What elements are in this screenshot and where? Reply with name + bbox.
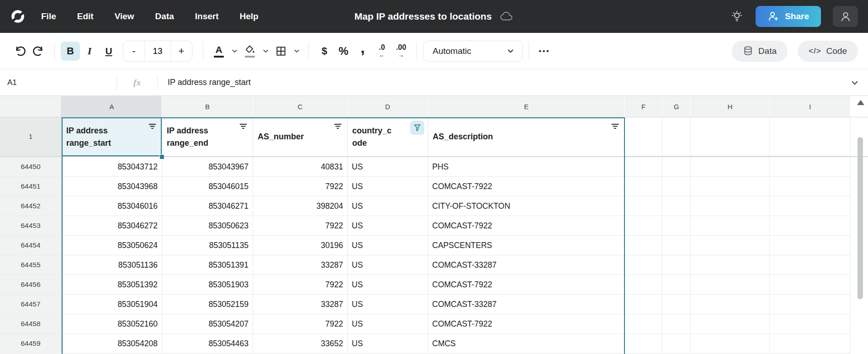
empty-cell[interactable] <box>770 334 851 354</box>
formula-input[interactable]: IP address range_start <box>158 78 850 87</box>
table-header-cell[interactable]: AS_description <box>428 117 625 156</box>
table-header-cell[interactable]: country_code <box>348 117 428 156</box>
filter-icon[interactable] <box>333 122 343 131</box>
empty-cell[interactable] <box>691 314 770 334</box>
empty-cell[interactable] <box>662 295 691 314</box>
cell-ip-range-start[interactable]: 853051136 <box>62 255 162 275</box>
cell-ip-range-end[interactable]: 853046015 <box>162 177 253 196</box>
column-header[interactable]: D <box>348 96 428 117</box>
increase-decimal-button[interactable]: .00 → <box>392 42 411 61</box>
empty-cell[interactable] <box>770 117 851 156</box>
cell-ip-range-start[interactable]: 853046272 <box>62 216 162 236</box>
column-header[interactable]: G <box>662 96 691 117</box>
cell-as-description[interactable]: CAPSCENTERS <box>428 236 625 255</box>
font-size-value[interactable]: 13 <box>144 41 171 61</box>
empty-cell[interactable] <box>770 314 851 334</box>
column-header[interactable]: C <box>253 96 348 117</box>
cell-as-description[interactable]: CMCS <box>428 334 625 354</box>
cell-reference-box[interactable]: A1 <box>0 78 116 87</box>
empty-cell[interactable] <box>625 275 662 295</box>
row-number[interactable]: 64454 <box>0 236 62 255</box>
cell-as-number[interactable]: 33287 <box>253 255 348 275</box>
cell-country-code[interactable]: US <box>348 255 428 275</box>
empty-cell[interactable] <box>691 295 770 314</box>
italic-button[interactable]: I <box>80 42 99 61</box>
empty-cell[interactable] <box>691 255 770 275</box>
cell-as-number[interactable]: 7922 <box>253 314 348 334</box>
redo-button[interactable] <box>29 42 48 61</box>
document-title[interactable]: Map IP addresses to locations <box>355 11 492 22</box>
cell-as-description[interactable]: CITY-OF-STOCKTON <box>428 196 625 216</box>
menu-item[interactable]: Insert <box>195 11 219 21</box>
decrease-decimal-button[interactable]: .0 ← <box>372 42 392 61</box>
cell-ip-range-end[interactable]: 853051135 <box>162 236 253 255</box>
row-number[interactable]: 64450 <box>0 157 62 177</box>
empty-cell[interactable] <box>691 275 770 295</box>
empty-cell[interactable] <box>625 255 662 275</box>
cell-country-code[interactable]: US <box>348 295 428 314</box>
fill-color-dropdown[interactable] <box>259 42 271 61</box>
text-color-dropdown[interactable] <box>228 42 240 61</box>
cell-ip-range-end[interactable]: 853046271 <box>162 196 253 216</box>
borders-button[interactable] <box>271 42 291 61</box>
cell-ip-range-start[interactable]: 853043712 <box>62 157 162 177</box>
cell-ip-range-end[interactable]: 853054463 <box>162 334 253 354</box>
empty-cell[interactable] <box>770 216 851 236</box>
cell-ip-range-start[interactable]: 853043968 <box>62 177 162 196</box>
cell-country-code[interactable]: US <box>348 236 428 255</box>
row-number[interactable]: 64459 <box>0 334 62 354</box>
cell-country-code[interactable]: US <box>348 157 428 177</box>
menu-item[interactable]: View <box>115 11 134 21</box>
undo-button[interactable] <box>10 42 29 61</box>
empty-cell[interactable] <box>625 314 662 334</box>
font-size-decrease-button[interactable]: - <box>123 41 144 61</box>
bold-button[interactable]: B <box>61 42 80 61</box>
row-number[interactable]: 64455 <box>0 255 62 275</box>
cell-as-number[interactable]: 30196 <box>253 236 348 255</box>
row-number[interactable]: 64457 <box>0 295 62 314</box>
filter-icon[interactable] <box>238 122 248 131</box>
cell-as-number[interactable]: 7922 <box>253 275 348 295</box>
empty-cell[interactable] <box>625 196 662 216</box>
cell-ip-range-end[interactable]: 853052159 <box>162 295 253 314</box>
cell-ip-range-end[interactable]: 853043967 <box>162 157 253 177</box>
empty-cell[interactable] <box>691 117 770 156</box>
cell-country-code[interactable]: US <box>348 216 428 236</box>
column-header[interactable]: I <box>770 96 851 117</box>
column-header[interactable]: A <box>62 96 162 117</box>
cell-ip-range-start[interactable]: 853051904 <box>62 295 162 314</box>
cell-ip-range-end[interactable]: 853051391 <box>162 255 253 275</box>
empty-cell[interactable] <box>691 177 770 196</box>
empty-cell[interactable] <box>770 236 851 255</box>
column-header[interactable]: F <box>625 96 662 117</box>
empty-cell[interactable] <box>625 216 662 236</box>
empty-cell[interactable] <box>662 334 691 354</box>
cell-country-code[interactable]: US <box>348 334 428 354</box>
empty-cell[interactable] <box>625 157 662 177</box>
cell-ip-range-start[interactable]: 853051392 <box>62 275 162 295</box>
cell-as-description[interactable]: COMCAST-33287 <box>428 255 625 275</box>
cell-as-number[interactable]: 398204 <box>253 196 348 216</box>
selection-fill-handle[interactable] <box>159 154 164 159</box>
column-header[interactable]: E <box>428 96 625 117</box>
row-number[interactable]: 64453 <box>0 216 62 236</box>
number-format-select[interactable]: Automatic <box>423 41 523 62</box>
cell-ip-range-end[interactable]: 853051903 <box>162 275 253 295</box>
more-options-button[interactable]: ••• <box>535 42 554 61</box>
data-panel-button[interactable]: Data <box>732 41 788 62</box>
table-header-cell[interactable]: IP address range_start <box>62 117 162 156</box>
scroll-up-arrow-icon[interactable] <box>857 100 864 105</box>
cell-as-number[interactable]: 7922 <box>253 216 348 236</box>
tips-lightbulb-icon[interactable] <box>730 10 744 23</box>
cell-as-number[interactable]: 7922 <box>253 177 348 196</box>
percent-format-button[interactable]: % <box>334 42 353 61</box>
text-color-button[interactable]: A <box>209 42 228 61</box>
fill-color-button[interactable] <box>240 42 259 61</box>
empty-cell[interactable] <box>625 295 662 314</box>
account-avatar[interactable] <box>833 6 858 27</box>
empty-cell[interactable] <box>770 295 851 314</box>
share-button[interactable]: Share <box>756 6 821 27</box>
cell-ip-range-start[interactable]: 853052160 <box>62 314 162 334</box>
cell-ip-range-start[interactable]: 853054208 <box>62 334 162 354</box>
column-header[interactable]: B <box>162 96 253 117</box>
